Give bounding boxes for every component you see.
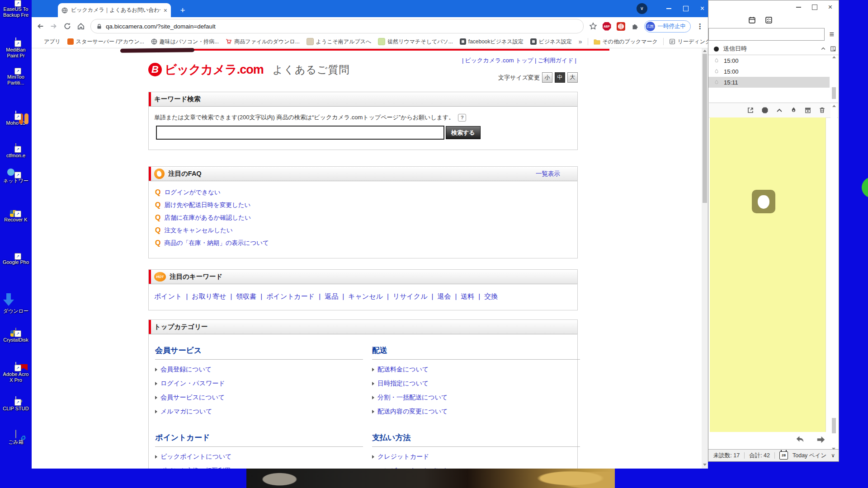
mail-search-input[interactable] (708, 28, 825, 41)
category-link[interactable]: 会員登録について (160, 366, 212, 374)
desktop-icon-moho[interactable]: ↗ Moho 13 (1, 111, 31, 126)
reload-icon[interactable] (63, 22, 71, 30)
fontsize-small-button[interactable]: 小 (542, 72, 552, 83)
desktop-icon-network[interactable]: ↗ ネットワー (1, 177, 31, 184)
link-guide[interactable]: ご利用ガイド (538, 57, 573, 64)
search-button[interactable]: 検索する (446, 126, 481, 139)
new-tab-button[interactable]: + (177, 5, 188, 15)
page-scrollbar[interactable] (702, 48, 708, 469)
keyword-link[interactable]: 交換 (484, 292, 498, 300)
window-close-button[interactable]: × (700, 5, 704, 12)
pause-extension-icon[interactable] (617, 22, 625, 31)
message-scrollbar[interactable] (830, 103, 837, 452)
mail-list-scrollbar[interactable] (830, 55, 837, 104)
mail-close-button[interactable]: × (828, 3, 832, 11)
tab-close-icon[interactable]: × (164, 7, 167, 14)
keyword-link[interactable]: 領収書 (236, 292, 256, 300)
scrollbar-thumb[interactable] (703, 54, 707, 203)
column-picker-icon[interactable] (830, 46, 837, 52)
faq-link[interactable]: 店舗に在庫があるか確認したい (164, 214, 251, 222)
category-link[interactable]: 会員サービスについて (160, 394, 225, 402)
bookmark-star-icon[interactable] (589, 22, 597, 30)
trash-icon[interactable] (819, 107, 826, 114)
desktop-icon-recover[interactable]: ↗ Recover K (1, 216, 31, 223)
browser-menu-icon[interactable]: ⋮ (696, 22, 703, 31)
mail-maximize-button[interactable] (812, 5, 817, 10)
mail-minimize-button[interactable] (796, 7, 801, 8)
column-sent-date[interactable]: 送信日時 (723, 45, 747, 53)
forward-icon[interactable] (816, 435, 826, 444)
category-link[interactable]: クレジットカード (377, 453, 429, 461)
tasks-icon[interactable] (765, 16, 773, 24)
keyword-search-input[interactable] (156, 126, 444, 140)
extensions-puzzle-icon[interactable] (631, 22, 639, 30)
category-link[interactable]: ポイント交換・相互利用 (160, 467, 231, 469)
keyword-link[interactable]: 返品 (325, 292, 338, 300)
home-icon[interactable] (77, 22, 85, 30)
adblock-extension-icon[interactable]: ABP (603, 22, 611, 31)
link-bic-top[interactable]: ビックカメラ.com トップ (465, 57, 533, 64)
junk-flame-icon[interactable] (790, 107, 797, 114)
hamburger-menu-icon[interactable]: ≡ (829, 30, 834, 39)
desktop-icon-easeus[interactable]: ↗ EaseUS ToBackup Fre (1, 5, 31, 18)
mail-list-header[interactable]: 送信日時 (708, 43, 839, 55)
bookmarks-overflow-icon[interactable]: » (579, 38, 582, 45)
category-link[interactable]: 日時指定について (377, 380, 429, 388)
scroll-up-icon[interactable] (832, 105, 836, 107)
other-bookmarks[interactable]: その他のブックマーク (594, 38, 658, 46)
chevron-up-icon[interactable] (776, 107, 783, 114)
help-icon[interactable]: ? (458, 114, 466, 122)
keyword-link[interactable]: キャンセル (348, 292, 383, 300)
scroll-down-icon[interactable] (703, 464, 707, 466)
reply-icon[interactable] (795, 435, 805, 444)
translate-pause-badge[interactable]: 広国 一時停止中 (644, 20, 691, 33)
bookmark-apps[interactable]: アプリ (44, 38, 61, 46)
profile-chevron-icon[interactable]: ∨ (637, 3, 647, 14)
category-link[interactable]: 配送内容の変更について (377, 408, 448, 416)
category-link[interactable]: 分割・一括配送について (377, 394, 448, 402)
calendar-icon[interactable] (748, 16, 756, 24)
faq-link[interactable]: 届け先や配送日時を変更したい (164, 201, 250, 209)
bookmark-item[interactable]: ようこそ南アルプスへ (307, 38, 372, 46)
today-pane-toggle[interactable]: Today ペイン (793, 452, 826, 460)
back-icon[interactable] (36, 22, 44, 30)
desktop-icon-google-photos[interactable]: ↗ Google Pho (1, 258, 31, 265)
faq-link[interactable]: 注文をキャンセルしたい (164, 226, 232, 235)
desktop-icon-medibang[interactable]: ↗ MediBanPaint Pr (1, 38, 31, 59)
bookmark-item[interactable]: 商品ファイルのダウンロ... (226, 38, 300, 46)
archive-icon[interactable] (804, 107, 811, 114)
faq-list-all-link[interactable]: 一覧表示 (536, 170, 560, 178)
fontsize-large-button[interactable]: 大 (567, 72, 578, 83)
desktop-icon-clipstudio[interactable]: ↗ CLIP STUD (1, 397, 31, 412)
scrollbar-thumb[interactable] (832, 87, 836, 99)
bookmark-item[interactable]: facebookビジネス設定 (460, 38, 524, 46)
keyword-link[interactable]: 退会 (437, 292, 451, 300)
window-maximize-button[interactable] (683, 6, 689, 11)
keyword-link[interactable]: お取り寄せ (192, 292, 226, 300)
desktop-icon-crystaldisk[interactable]: ↗ CrystalDisk (1, 328, 31, 343)
message-body[interactable] (710, 117, 826, 432)
desktop-icon-minitool[interactable]: ↗ MiniTooPartiti... (1, 73, 31, 86)
category-link[interactable]: ログイン・パスワード (160, 380, 225, 388)
mail-row[interactable]: 15:00 (708, 66, 830, 77)
window-minimize-button[interactable] (666, 8, 671, 9)
open-in-new-icon[interactable] (747, 107, 754, 114)
mail-row[interactable]: 15:00 (708, 55, 830, 66)
scrollbar-thumb[interactable] (832, 418, 836, 433)
keyword-link[interactable]: 送料 (461, 292, 474, 300)
desktop-icon-recycle-bin[interactable]: ♻ ごみ箱 (1, 430, 31, 445)
category-link[interactable]: 配送料金について (377, 366, 429, 374)
desktop-icon-downloads[interactable]: ダウンロー (1, 292, 31, 314)
bookmark-item[interactable]: スターサーバー /アカウン... (67, 38, 144, 46)
keyword-link[interactable]: リサイクル (393, 292, 428, 300)
badge-icon[interactable] (761, 107, 769, 114)
faq-link[interactable]: 商品の「在庫・納期」の表示について (164, 239, 269, 247)
keyword-link[interactable]: ポイント (154, 292, 182, 300)
desktop-icon-ctfmon[interactable]: ↗ ctfmon.e (1, 144, 31, 159)
scroll-up-icon[interactable] (703, 50, 707, 52)
mail-row-selected[interactable]: 15:11 (708, 77, 830, 88)
faq-link[interactable]: ログインができない (164, 188, 220, 197)
site-logo[interactable]: B ビックカメラ.com よくあるご質問 (148, 56, 350, 83)
scroll-up-icon[interactable] (832, 56, 836, 58)
address-bar[interactable]: qa.biccamera.com/?site_domain=default (90, 19, 584, 33)
